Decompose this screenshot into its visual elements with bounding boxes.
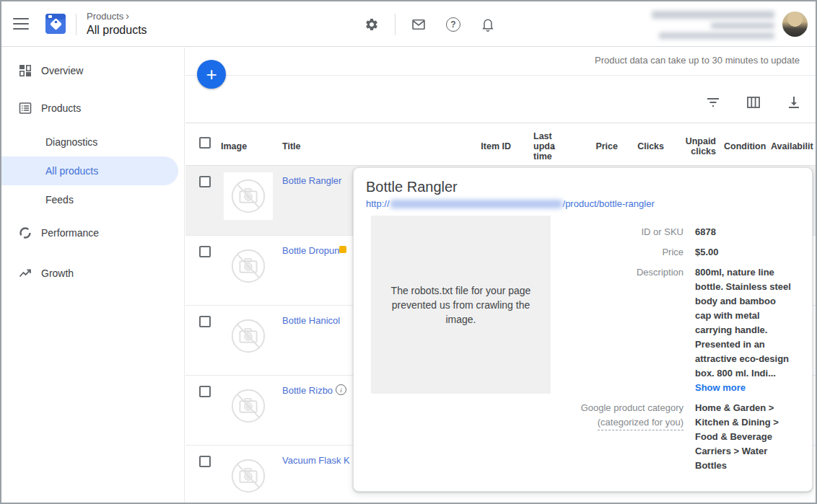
filter-icon[interactable] <box>706 95 720 110</box>
column-header-availability[interactable]: Availabilit <box>771 141 813 151</box>
envelope-icon[interactable] <box>411 17 426 32</box>
row-checkbox[interactable] <box>199 246 211 257</box>
field-label: Price <box>541 245 683 260</box>
header-actions: ? <box>1 1 816 47</box>
broken-image-icon <box>229 456 268 495</box>
merchant-center-window: Products› All products ? <box>0 0 817 504</box>
row-checkbox[interactable] <box>199 456 211 467</box>
column-header-item-id[interactable]: Item ID <box>474 141 511 151</box>
update-notice: Product data can take up to 30 minutes t… <box>595 55 800 66</box>
field-value-price: $5.00 <box>695 245 791 260</box>
performance-donut-icon <box>19 226 32 239</box>
avatar[interactable] <box>782 12 808 37</box>
list-icon <box>19 102 32 115</box>
product-title-link[interactable]: Bottle Rangler <box>282 175 341 186</box>
image-error-message: The robots.txt file for your page preven… <box>379 283 543 327</box>
field-label: Description <box>541 265 683 395</box>
sidebar-item-products[interactable]: Products <box>1 94 184 123</box>
sidebar-item-growth[interactable]: Growth <box>1 259 184 288</box>
product-thumbnail <box>224 382 273 430</box>
sidebar: Overview Products Diagnostics All produc… <box>1 48 185 503</box>
sidebar-item-all-products[interactable]: All products <box>1 156 178 185</box>
column-header-condition[interactable]: Condition <box>724 141 766 151</box>
product-image-placeholder: The robots.txt file for your page preven… <box>371 216 551 394</box>
sidebar-item-performance[interactable]: Performance <box>1 218 184 247</box>
field-row: Google product category (categorized for… <box>541 401 798 473</box>
sidebar-item-label: All products <box>45 165 98 177</box>
url-blurred-segment <box>390 200 562 208</box>
column-header-title[interactable]: Title <box>282 141 300 151</box>
column-header-image[interactable]: Image <box>221 141 247 151</box>
product-thumbnail <box>224 172 273 220</box>
add-product-fab[interactable]: + <box>197 60 226 89</box>
field-row: ID or SKU 6878 <box>541 225 798 239</box>
column-header-price[interactable]: Price <box>582 141 618 151</box>
field-value-sku: 6878 <box>695 225 791 239</box>
header-divider <box>395 14 396 35</box>
product-title-link[interactable]: Bottle Rizbo <box>282 385 333 396</box>
product-url-link[interactable]: http:///product/bottle-rangler <box>366 198 655 209</box>
field-label: ID or SKU <box>541 225 683 239</box>
account-info-blurred <box>659 32 774 39</box>
row-checkbox[interactable] <box>199 386 211 397</box>
app-header: Products› All products ? <box>1 1 816 47</box>
sidebar-item-diagnostics[interactable]: Diagnostics <box>1 128 184 156</box>
sidebar-item-label: Diagnostics <box>45 136 97 148</box>
popup-product-title: Bottle Rangler <box>366 179 458 195</box>
bell-icon[interactable] <box>481 17 495 32</box>
field-row: Price $5.00 <box>541 245 798 260</box>
sidebar-item-feeds[interactable]: Feeds <box>1 185 184 214</box>
product-thumbnail <box>224 312 273 360</box>
sidebar-item-label: Feeds <box>45 194 74 205</box>
warning-icon <box>339 246 346 253</box>
row-checkbox[interactable] <box>199 316 211 327</box>
product-thumbnail <box>224 242 273 290</box>
column-header-unpaid-clicks[interactable]: Unpaid clicks <box>665 136 716 156</box>
sidebar-item-overview[interactable]: Overview <box>1 56 184 85</box>
divider <box>185 75 816 76</box>
field-row: Description 800ml, nature line bottle. S… <box>541 265 798 395</box>
broken-image-icon <box>229 247 268 286</box>
product-title-link[interactable]: Bottle Hanicol <box>282 315 340 326</box>
sidebar-item-label: Growth <box>41 268 74 279</box>
select-all-checkbox[interactable] <box>199 137 211 149</box>
product-detail-popup: Bottle Rangler http:///product/bottle-ra… <box>353 167 813 492</box>
product-title-link[interactable]: Vacuum Flask K <box>282 455 350 466</box>
sidebar-item-label: Products <box>41 102 81 114</box>
sidebar-item-label: Performance <box>41 227 99 239</box>
field-value-description: 800ml, nature line bottle. Stainless ste… <box>695 265 791 395</box>
product-thumbnail <box>224 452 273 499</box>
sort-descending-icon[interactable]: ↓ <box>551 140 556 151</box>
column-header-last-update[interactable]: Last upda time <box>533 131 561 162</box>
question-circle-icon[interactable]: ? <box>446 17 460 32</box>
product-fields: ID or SKU 6878 Price $5.00 Description 8… <box>541 225 798 479</box>
broken-image-icon <box>229 177 268 216</box>
broken-image-icon <box>229 386 268 425</box>
dashboard-icon <box>19 64 32 77</box>
column-header-clicks[interactable]: Clicks <box>628 141 664 151</box>
sidebar-item-label: Overview <box>41 65 83 76</box>
account-info-blurred <box>711 22 774 29</box>
show-more-link[interactable]: Show more <box>695 382 746 393</box>
table-header: Image Title Item ID Last upda time ↓ Pri… <box>185 123 816 166</box>
broken-image-icon <box>229 317 268 355</box>
gear-icon[interactable] <box>364 17 379 32</box>
product-title-link[interactable]: Bottle Dropun <box>282 245 340 256</box>
info-icon[interactable]: i <box>336 384 346 395</box>
field-label: Google product category (categorized for… <box>541 401 683 473</box>
categorized-for-you-link[interactable]: (categorized for you) <box>598 415 683 430</box>
plus-icon: + <box>206 63 217 86</box>
trending-up-icon <box>19 267 32 280</box>
columns-icon[interactable] <box>746 95 761 110</box>
field-value-category: Home & Garden > Kitchen & Dining > Food … <box>695 401 791 473</box>
row-checkbox[interactable] <box>199 176 211 187</box>
account-info-blurred <box>652 11 774 19</box>
download-icon[interactable] <box>787 95 801 110</box>
